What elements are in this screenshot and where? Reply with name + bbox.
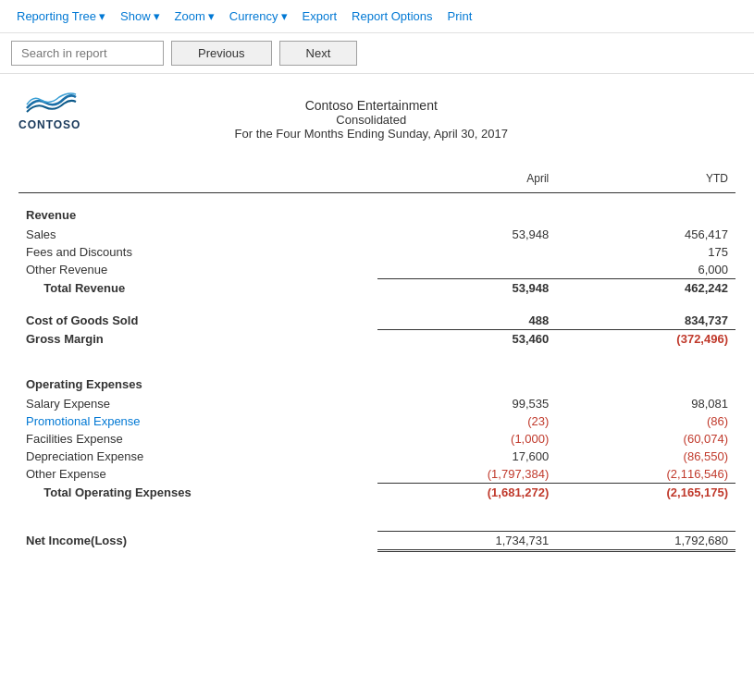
nav-report-options-label: Report Options xyxy=(352,9,432,23)
report-company-name: Contoso Entertainment xyxy=(80,98,661,113)
total-col1: 53,948 xyxy=(377,279,557,298)
row-col2: 6,000 xyxy=(556,261,735,279)
total-col2: 462,242 xyxy=(556,279,735,298)
col2-header: YTD xyxy=(556,168,735,193)
spacer-row xyxy=(19,348,735,362)
row-col2: (60,074) xyxy=(556,430,735,448)
row-col2: 456,417 xyxy=(556,226,735,243)
label-col-header xyxy=(19,168,377,193)
spacer-row xyxy=(19,297,735,312)
previous-button[interactable]: Previous xyxy=(171,41,272,66)
table-row: Gross Margin 53,460 (372,496) xyxy=(19,330,735,349)
row-label: Other Expense xyxy=(19,465,377,484)
row-col1 xyxy=(377,243,557,261)
row-label: Gross Margin xyxy=(19,330,377,349)
financial-table: April YTD Revenue Sales 53,948 456,417 F… xyxy=(19,168,735,552)
table-row: Facilities Expense (1,000) (60,074) xyxy=(19,430,735,448)
row-col2: (2,116,546) xyxy=(556,465,735,484)
nav-print[interactable]: Print xyxy=(442,6,478,27)
row-col1: 17,600 xyxy=(377,448,557,465)
row-label: Fees and Discounts xyxy=(19,243,377,261)
company-header: CONTOSO Contoso Entertainment Consolidat… xyxy=(19,89,735,141)
chevron-down-icon: ▾ xyxy=(208,9,215,23)
chevron-down-icon: ▾ xyxy=(154,9,160,23)
nav-export-label: Export xyxy=(303,9,338,23)
nav-reporting-tree-label: Reporting Tree xyxy=(17,9,96,23)
chevron-down-icon: ▾ xyxy=(99,9,105,23)
nav-zoom[interactable]: Zoom ▾ xyxy=(169,6,220,27)
search-bar: Previous Next xyxy=(0,33,754,74)
total-label: Total Revenue xyxy=(19,279,377,298)
row-col1: (1,000) xyxy=(377,430,557,448)
next-button[interactable]: Next xyxy=(279,41,358,66)
row-col2: (86,550) xyxy=(556,448,735,465)
total-label: Total Operating Expenses xyxy=(19,484,377,502)
report-content: CONTOSO Contoso Entertainment Consolidat… xyxy=(0,74,754,567)
row-col1: 488 xyxy=(377,312,557,330)
search-input[interactable] xyxy=(11,41,164,66)
total-row: Total Operating Expenses (1,681,272) (2,… xyxy=(19,484,735,502)
row-col1: (1,797,384) xyxy=(377,465,557,484)
row-col1: 53,948 xyxy=(377,226,557,243)
section-header-row: Revenue xyxy=(19,193,735,227)
nav-print-label: Print xyxy=(448,9,473,23)
column-header-row: April YTD xyxy=(19,168,735,193)
report-type: Consolidated xyxy=(80,113,661,127)
row-col2: (372,496) xyxy=(556,330,735,349)
net-income-label: Net Income(Loss) xyxy=(19,531,377,550)
row-label: Facilities Expense xyxy=(19,430,377,448)
row-label: Promotional Expense xyxy=(19,412,377,430)
table-row: Cost of Goods Sold 488 834,737 xyxy=(19,312,735,330)
section-header-label: Operating Expenses xyxy=(19,362,377,395)
table-row: Other Revenue 6,000 xyxy=(19,261,735,279)
net-income-col2: 1,792,680 xyxy=(556,531,735,550)
total-row: Total Revenue 53,948 462,242 xyxy=(19,279,735,298)
table-row: Promotional Expense (23) (86) xyxy=(19,412,735,430)
table-row: Other Expense (1,797,384) (2,116,546) xyxy=(19,465,735,484)
row-col1: (23) xyxy=(377,412,557,430)
row-col2: 834,737 xyxy=(556,312,735,330)
row-col2: (86) xyxy=(556,412,735,430)
section-header-row: Operating Expenses xyxy=(19,362,735,395)
row-col1: 53,460 xyxy=(377,330,557,349)
nav-zoom-label: Zoom xyxy=(175,9,205,23)
logo-area: CONTOSO xyxy=(19,89,80,131)
col1-header: April xyxy=(377,168,557,193)
row-col1 xyxy=(377,261,557,279)
net-income-row: Net Income(Loss) 1,734,731 1,792,680 xyxy=(19,531,735,550)
nav-bar: Reporting Tree ▾ Show ▾ Zoom ▾ Currency … xyxy=(0,0,754,33)
row-label: Sales xyxy=(19,226,377,243)
row-col2: 98,081 xyxy=(556,395,735,412)
nav-show[interactable]: Show ▾ xyxy=(115,6,166,27)
table-row: Sales 53,948 456,417 xyxy=(19,226,735,243)
contoso-logo-icon xyxy=(22,89,78,117)
row-label: Salary Expense xyxy=(19,395,377,412)
row-label: Depreciation Expense xyxy=(19,448,377,465)
company-logo-text: CONTOSO xyxy=(19,118,80,131)
nav-currency-label: Currency xyxy=(229,9,278,23)
nav-report-options[interactable]: Report Options xyxy=(346,6,438,27)
table-row: Depreciation Expense 17,600 (86,550) xyxy=(19,448,735,465)
row-label: Other Revenue xyxy=(19,261,377,279)
row-col2: 175 xyxy=(556,243,735,261)
spacer-row xyxy=(19,516,735,531)
row-col1: 99,535 xyxy=(377,395,557,412)
total-col2: (2,165,175) xyxy=(556,484,735,502)
spacer-row xyxy=(19,501,735,516)
report-title: Contoso Entertainment Consolidated For t… xyxy=(80,98,661,141)
table-row: Fees and Discounts 175 xyxy=(19,243,735,261)
net-income-col1: 1,734,731 xyxy=(377,531,557,550)
row-label: Cost of Goods Sold xyxy=(19,312,377,330)
nav-show-label: Show xyxy=(120,9,151,23)
report-period: For the Four Months Ending Sunday, April… xyxy=(80,127,661,141)
section-header-label: Revenue xyxy=(19,193,377,227)
nav-currency[interactable]: Currency ▾ xyxy=(224,6,293,27)
nav-export[interactable]: Export xyxy=(297,6,343,27)
chevron-down-icon: ▾ xyxy=(281,9,288,23)
total-col1: (1,681,272) xyxy=(377,484,557,502)
table-row: Salary Expense 99,535 98,081 xyxy=(19,395,735,412)
nav-reporting-tree[interactable]: Reporting Tree ▾ xyxy=(11,6,111,27)
